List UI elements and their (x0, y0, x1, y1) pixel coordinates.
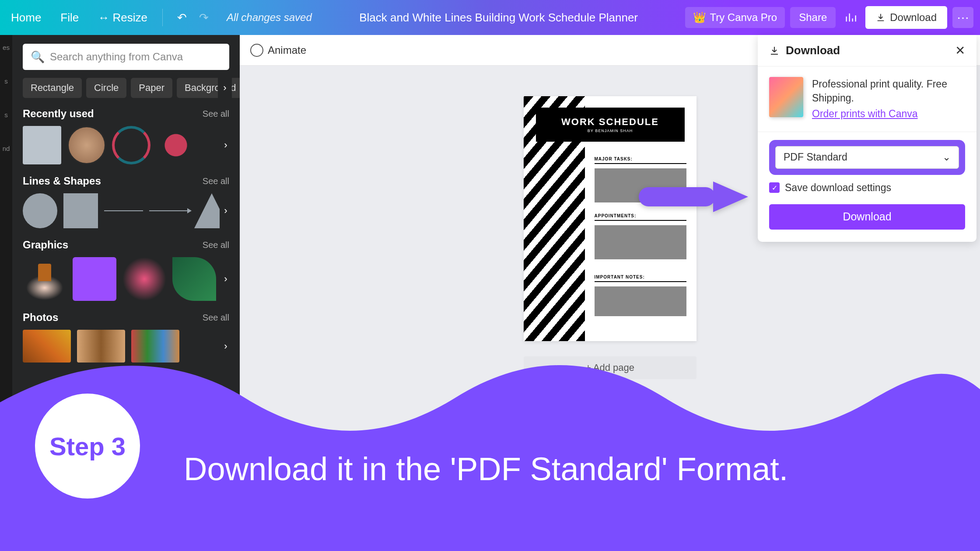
scroll-right-icon[interactable]: › (220, 260, 232, 298)
search-icon: 🔍 (31, 50, 45, 64)
save-settings-row[interactable]: ✓ Save download settings (769, 182, 965, 194)
thumb-row: › (23, 193, 229, 228)
photo-thumb[interactable] (77, 330, 125, 363)
photo-thumb[interactable] (23, 330, 71, 363)
share-button[interactable]: Share (790, 7, 836, 28)
topbar-right: 👑Try Canva Pro Share Download ⋯ (685, 6, 973, 29)
topbar-left: Home File ↔ Resize ↶ ↷ All changes saved (7, 7, 312, 28)
chip-rectangle[interactable]: Rectangle (23, 78, 82, 98)
see-all-link[interactable]: See all (203, 176, 229, 186)
instruction-text: Download it in the 'PDF Standard' Format… (184, 450, 788, 488)
chip-row: Rectangle Circle Paper Background › (23, 78, 229, 98)
section-box (595, 286, 686, 316)
top-toolbar: Home File ↔ Resize ↶ ↷ All changes saved… (0, 0, 980, 35)
save-settings-label: Save download settings (785, 182, 891, 194)
shape-square[interactable] (63, 193, 98, 228)
thumb-row: › (23, 257, 229, 301)
file-type-select[interactable]: PDF Standard ⌄ (775, 146, 959, 169)
section-recently-used: Recently used See all › (23, 108, 229, 164)
rail-item[interactable]: s (4, 77, 8, 85)
file-type-highlight: PDF Standard ⌄ (769, 140, 965, 175)
step-badge: Step 3 (35, 394, 140, 499)
scroll-right-icon[interactable]: › (220, 126, 232, 164)
rail-item[interactable]: nd (3, 145, 10, 152)
see-all-link[interactable]: See all (203, 240, 229, 250)
order-prints-link[interactable]: Order prints with Canva (812, 107, 965, 121)
chip-circle[interactable]: Circle (86, 78, 126, 98)
element-thumb[interactable] (112, 126, 150, 164)
see-all-link[interactable]: See all (203, 313, 229, 323)
download-title: Download (786, 44, 840, 57)
shape-circle[interactable] (23, 193, 57, 228)
save-settings-checkbox[interactable]: ✓ (769, 182, 780, 193)
print-promo: Professional print quality. Free Shippin… (758, 66, 976, 132)
notes-button[interactable]: ✎ Notes (253, 534, 289, 545)
section-box (595, 225, 686, 259)
document-title[interactable]: Black and White Lines Building Work Sche… (320, 11, 678, 24)
add-page-button[interactable]: + Add page (524, 356, 696, 379)
more-button[interactable]: ⋯ (952, 7, 973, 28)
rail-item[interactable]: s (4, 111, 8, 119)
download-panel-header: Download ✕ (758, 35, 976, 66)
see-all-link[interactable]: See all (203, 109, 229, 119)
graphic-thumb[interactable] (122, 257, 166, 301)
section-title: Recently used (23, 108, 94, 120)
photo-thumb[interactable] (131, 330, 179, 363)
undo-button[interactable]: ↶ (173, 9, 191, 26)
chart-icon (844, 11, 857, 24)
graphic-thumb[interactable] (172, 257, 216, 301)
promo-text: Professional print quality. Free Shippin… (812, 77, 965, 121)
chip-paper[interactable]: Paper (131, 78, 172, 98)
shape-arrow-line[interactable] (149, 210, 188, 211)
divider (162, 9, 163, 26)
download-button-top[interactable]: Download (865, 6, 947, 29)
thumb-row: › (23, 330, 229, 363)
chip-scroll-right[interactable]: › (218, 77, 232, 99)
try-pro-label: Try Canva Pro (710, 11, 777, 24)
close-button[interactable]: ✕ (955, 43, 965, 58)
element-thumb[interactable] (23, 126, 61, 164)
section-header: Recently used See all (23, 108, 229, 120)
download-confirm-button[interactable]: Download (769, 204, 965, 230)
notes-label: Notes (263, 534, 288, 544)
chevron-down-icon: ⌄ (942, 151, 951, 163)
download-icon (876, 13, 886, 22)
shape-line[interactable] (104, 210, 143, 211)
element-thumb[interactable] (67, 126, 106, 164)
section-divider (595, 281, 686, 282)
scroll-right-icon[interactable]: › (220, 192, 232, 230)
download-body: PDF Standard ⌄ ✓ Save download settings … (758, 132, 976, 242)
section-label: MAJOR TASKS: (595, 157, 686, 161)
home-button[interactable]: Home (7, 7, 46, 28)
undo-redo-group: ↶ ↷ (173, 9, 213, 26)
scroll-right-icon[interactable]: › (220, 327, 232, 366)
tutorial-arrow (634, 171, 752, 223)
section-title: Photos (23, 311, 58, 324)
sidebar-collapse-toggle[interactable]: ‹ (236, 245, 240, 276)
graphic-thumb[interactable] (73, 257, 116, 301)
left-rail: es s s nd (0, 35, 12, 551)
step-label: Step 3 (49, 432, 126, 461)
redo-button[interactable]: ↷ (195, 9, 213, 26)
section-header: Lines & Shapes See all (23, 175, 229, 187)
animate-icon (250, 44, 263, 57)
search-box[interactable]: 🔍 (23, 44, 229, 70)
file-menu[interactable]: File (56, 7, 83, 28)
graphic-thumb[interactable] (23, 257, 66, 301)
rail-item[interactable]: es (3, 44, 10, 51)
download-header-left: Download (769, 44, 840, 57)
thumb-row: › (23, 126, 229, 164)
element-thumb[interactable] (157, 126, 195, 164)
page-header-box: WORK SCHEDULE BY BENJAMIN SHAH (536, 108, 685, 142)
zoom-level[interactable]: 34% (948, 534, 967, 545)
animate-label: Animate (268, 44, 306, 56)
insights-button[interactable] (841, 8, 860, 27)
search-input[interactable] (50, 51, 221, 63)
svg-rect-0 (639, 187, 715, 206)
section-header: Photos See all (23, 311, 229, 324)
try-pro-button[interactable]: 👑Try Canva Pro (685, 7, 785, 28)
resize-button[interactable]: ↔ Resize (94, 7, 152, 28)
resize-label: Resize (113, 11, 147, 24)
animate-button[interactable]: Animate (250, 44, 306, 57)
promo-message: Professional print quality. Free Shippin… (812, 78, 947, 104)
